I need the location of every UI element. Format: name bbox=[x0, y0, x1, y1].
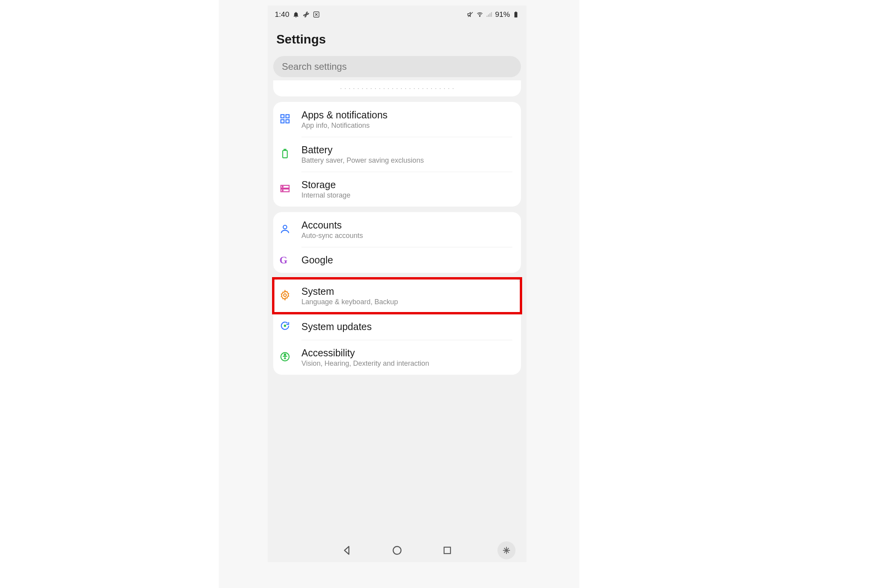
svg-rect-5 bbox=[281, 114, 284, 118]
row-subtitle: Auto-sync accounts bbox=[301, 232, 512, 240]
nav-bar bbox=[268, 535, 526, 562]
signal-icon bbox=[486, 11, 493, 18]
svg-point-13 bbox=[282, 186, 283, 187]
page-title: Settings bbox=[276, 32, 518, 47]
row-subtitle: Battery saver, Power saving exclusions bbox=[301, 156, 512, 165]
svg-rect-21 bbox=[444, 547, 450, 554]
svg-point-16 bbox=[284, 294, 287, 296]
fan-icon bbox=[303, 11, 310, 18]
status-time: 1:40 bbox=[275, 10, 289, 19]
phone-frame: 1:40 bbox=[268, 5, 526, 562]
accounts-icon bbox=[279, 223, 290, 236]
page-header: Settings bbox=[268, 21, 526, 52]
extra-nav-button[interactable] bbox=[497, 541, 515, 559]
previous-card-cut: · · · · · · · · · · · · · · · · · · · · … bbox=[273, 80, 521, 96]
gear-icon bbox=[279, 290, 290, 302]
status-battery: 91% bbox=[495, 10, 510, 19]
row-system[interactable]: System Language & keyboard, Backup bbox=[273, 278, 521, 313]
row-google[interactable]: G Google bbox=[273, 247, 521, 273]
row-title: System updates bbox=[301, 321, 512, 332]
battery-icon bbox=[279, 148, 290, 161]
svg-rect-3 bbox=[514, 12, 517, 18]
row-accounts[interactable]: Accounts Auto-sync accounts bbox=[273, 212, 521, 247]
svg-rect-7 bbox=[281, 120, 284, 123]
settings-group-accounts: Accounts Auto-sync accounts G Google bbox=[273, 212, 521, 273]
row-title: Storage bbox=[301, 179, 512, 191]
svg-rect-9 bbox=[283, 150, 287, 158]
grid-icon bbox=[279, 113, 290, 126]
wifi-icon bbox=[476, 11, 483, 18]
row-apps-notifications[interactable]: Apps & notifications App info, Notificat… bbox=[273, 102, 521, 137]
settings-group-apps: Apps & notifications App info, Notificat… bbox=[273, 102, 521, 207]
bell-icon bbox=[292, 11, 299, 18]
svg-rect-10 bbox=[284, 149, 286, 150]
mute-icon bbox=[467, 11, 474, 18]
svg-point-14 bbox=[282, 190, 283, 191]
row-subtitle: Vision, Hearing, Dexterity and interacti… bbox=[301, 359, 512, 368]
row-battery[interactable]: Battery Battery saver, Power saving excl… bbox=[273, 137, 521, 172]
home-button[interactable] bbox=[390, 543, 405, 558]
search-input[interactable] bbox=[282, 61, 512, 72]
row-title: Accounts bbox=[301, 219, 512, 231]
battery-status-icon bbox=[512, 11, 519, 18]
square-x-icon bbox=[313, 11, 320, 18]
row-title: Battery bbox=[301, 144, 512, 156]
row-subtitle: App info, Notifications bbox=[301, 122, 512, 130]
row-system-updates[interactable]: System updates bbox=[273, 313, 521, 340]
row-title: Google bbox=[301, 254, 512, 266]
row-accessibility[interactable]: Accessibility Vision, Hearing, Dexterity… bbox=[273, 340, 521, 375]
svg-rect-6 bbox=[286, 114, 289, 118]
status-bar: 1:40 bbox=[268, 5, 526, 21]
accessibility-icon bbox=[279, 351, 290, 364]
update-icon bbox=[279, 320, 290, 333]
svg-point-2 bbox=[479, 16, 480, 17]
settings-group-system: System Language & keyboard, Backup Syste… bbox=[273, 278, 521, 375]
svg-point-15 bbox=[283, 225, 287, 229]
storage-icon bbox=[279, 183, 290, 196]
row-subtitle: Language & keyboard, Backup bbox=[301, 298, 512, 306]
row-title: System bbox=[301, 285, 512, 297]
svg-rect-8 bbox=[286, 120, 289, 123]
recent-button[interactable] bbox=[440, 543, 455, 558]
row-storage[interactable]: Storage Internal storage bbox=[273, 172, 521, 207]
svg-point-20 bbox=[393, 546, 401, 554]
row-subtitle: Internal storage bbox=[301, 191, 512, 200]
svg-point-19 bbox=[284, 354, 286, 355]
svg-rect-4 bbox=[515, 12, 517, 13]
row-title: Accessibility bbox=[301, 347, 512, 359]
search-bar[interactable] bbox=[273, 56, 521, 77]
row-title: Apps & notifications bbox=[301, 109, 512, 121]
google-icon: G bbox=[279, 254, 290, 265]
svg-point-17 bbox=[284, 325, 286, 327]
back-button[interactable] bbox=[339, 543, 354, 558]
